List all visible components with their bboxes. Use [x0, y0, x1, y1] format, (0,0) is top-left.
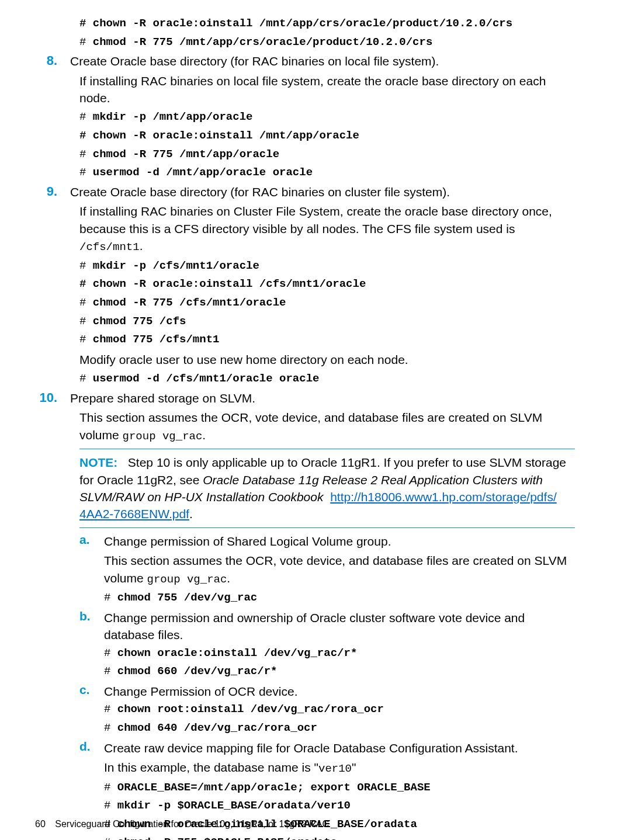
code-line: # chmod -R 775 /mnt/app/oracle	[79, 147, 575, 162]
prompt: #	[79, 110, 93, 123]
substep-label: c.	[79, 683, 93, 697]
text: .	[202, 428, 206, 442]
substep-text: Change permission and ownership of Oracl…	[104, 609, 575, 644]
code-line: # ORACLE_BASE=/mnt/app/oracle; export OR…	[104, 780, 575, 796]
text: "	[352, 761, 356, 774]
note-link[interactable]: 4AA2-7668ENW.pdf	[79, 507, 189, 520]
prompt: #	[104, 781, 117, 794]
prompt: #	[79, 333, 93, 346]
code-line: # mkdir -p /cfs/mnt1/oracle	[79, 259, 575, 274]
note-divider-top	[79, 449, 575, 449]
mono-text: /cfs/mnt1	[79, 241, 140, 254]
cmd-text: usermod -d /mnt/app/oracle oracle	[93, 166, 313, 179]
paragraph: Modify oracle user to use new home direc…	[79, 351, 575, 368]
prompt: #	[79, 148, 93, 161]
page-footer: 60 Serviceguard Configuration for Oracle…	[35, 819, 329, 829]
prompt: #	[104, 703, 117, 716]
prompt: #	[104, 721, 117, 734]
substep-d: d. Create raw device mapping file for Or…	[79, 740, 575, 756]
cmd-text: chmod 775 /cfs	[93, 315, 186, 328]
code-line: # chown root:oinstall /dev/vg_rac/rora_o…	[104, 702, 575, 717]
note-divider-bottom	[79, 527, 575, 528]
step-text: Prepare shared storage on SLVM.	[70, 390, 575, 407]
cmd-text: # chown -R oracle:oinstall /mnt/app/crs/…	[79, 17, 512, 30]
text: In this example, the database name is "	[104, 761, 318, 774]
note-label: NOTE:	[79, 456, 117, 469]
footer-title: Serviceguard Configuration for Oracle 10…	[55, 819, 329, 829]
substep-text: Create raw device mapping file for Oracl…	[104, 740, 575, 756]
code-line: # chmod -R 755 $ORACLE_BASE/oradata	[104, 835, 575, 840]
paragraph: If installing RAC binaries on Cluster Fi…	[79, 203, 575, 255]
cmd-text: mkdir -p $ORACLE_BASE/oradata/ver10	[117, 799, 351, 812]
substep-text: Change permission of Shared Logical Volu…	[104, 533, 575, 550]
code-line: # chmod -R 775 /mnt/app/crs/oracle/produ…	[79, 35, 575, 50]
cmd-text: # chown -R oracle:oinstall /mnt/app/orac…	[79, 129, 359, 142]
cmd-text: chmod -R 755 $ORACLE_BASE/oradata	[117, 836, 337, 840]
note-text: .	[189, 507, 193, 520]
code-line: # usermod -d /mnt/app/oracle oracle	[79, 165, 575, 181]
prompt: #	[104, 647, 117, 659]
prompt: #	[79, 372, 93, 385]
substep-a: a. Change permission of Shared Logical V…	[79, 533, 575, 550]
cmd-text: chmod -R 775 /mnt/app/oracle	[93, 148, 279, 161]
cmd-text: # chown -R oracle:oinstall /cfs/mnt1/ora…	[79, 277, 366, 290]
code-line: # chown -R oracle:oinstall /cfs/mnt1/ora…	[79, 277, 575, 292]
text: .	[140, 239, 143, 252]
step-9: 9. Create Oracle base directory (for RAC…	[35, 184, 575, 200]
cmd-text: chmod -R 775 /mnt/app/crs/oracle/product…	[93, 36, 433, 48]
mono-text: group vg_rac	[147, 573, 227, 586]
mono-text: group vg_rac	[123, 430, 203, 443]
code-line: # chmod 755 /dev/vg_rac	[104, 591, 575, 606]
step-number: 8.	[35, 53, 57, 68]
cmd-text: chown root:oinstall /dev/vg_rac/rora_ocr	[117, 703, 384, 716]
page-number: 60	[35, 819, 46, 829]
code-line: # chmod 775 /cfs/mnt1	[79, 332, 575, 348]
substep-label: d.	[79, 740, 93, 754]
note-block: NOTE: Step 10 is only applicable up to O…	[79, 454, 575, 523]
substep-label: b.	[79, 609, 93, 623]
substep-c: c. Change Permission of OCR device.	[79, 683, 575, 700]
prompt: #	[79, 259, 93, 272]
code-line: # chown -R oracle:oinstall /mnt/app/crs/…	[79, 16, 575, 32]
cmd-text: chmod 660 /dev/vg_rac/r*	[117, 665, 278, 678]
code-line: # mkdir -p $ORACLE_BASE/oradata/ver10	[104, 799, 575, 814]
text: If installing RAC binaries on Cluster Fi…	[79, 204, 552, 235]
cmd-text: mkdir -p /mnt/app/oracle	[93, 110, 253, 123]
prompt: #	[104, 836, 117, 840]
text: .	[227, 571, 230, 585]
prompt: #	[104, 665, 117, 678]
mono-text: ver10	[318, 762, 352, 775]
step-number: 9.	[35, 184, 57, 199]
paragraph: If installing RAC binaries on local file…	[79, 72, 575, 107]
code-line: # mkdir -p /mnt/app/oracle	[79, 110, 575, 125]
paragraph: This section assumes the OCR, vote devic…	[79, 409, 575, 444]
cmd-text: chmod 775 /cfs/mnt1	[93, 333, 220, 346]
cmd-text: chown oracle:oinstall /dev/vg_rac/r*	[117, 647, 357, 659]
code-line: # chmod -R 775 /cfs/mnt1/oracle	[79, 296, 575, 311]
paragraph: This section assumes the OCR, vote devic…	[104, 552, 575, 587]
code-line: # chmod 660 /dev/vg_rac/r*	[104, 664, 575, 679]
cmd-text: chmod 640 /dev/vg_rac/rora_ocr	[117, 721, 317, 734]
step-text: Create Oracle base directory (for RAC bi…	[70, 184, 575, 200]
cmd-text: chmod 755 /dev/vg_rac	[117, 591, 257, 604]
prompt: #	[79, 315, 93, 328]
step-10: 10. Prepare shared storage on SLVM.	[35, 390, 575, 407]
step-text: Create Oracle base directory (for RAC bi…	[70, 53, 575, 70]
substep-text: Change Permission of OCR device.	[104, 683, 575, 700]
code-line: # chown -R oracle:oinstall /mnt/app/orac…	[79, 129, 575, 144]
prompt: #	[104, 799, 117, 812]
code-line: # chmod 640 /dev/vg_rac/rora_ocr	[104, 721, 575, 736]
step-8: 8. Create Oracle base directory (for RAC…	[35, 53, 575, 70]
cmd-text: usermod -d /cfs/mnt1/oracle oracle	[93, 372, 320, 385]
prompt: #	[79, 296, 93, 309]
prompt: #	[79, 166, 93, 179]
paragraph: In this example, the database name is "v…	[104, 759, 575, 777]
code-line: # chmod 775 /cfs	[79, 314, 575, 329]
note-link[interactable]: http://h18006.www1.hp.com/storage/pdfs/	[330, 490, 557, 504]
cmd-text: mkdir -p /cfs/mnt1/oracle	[93, 259, 259, 272]
substep-label: a.	[79, 533, 93, 547]
prompt: #	[79, 36, 93, 48]
code-line: # usermod -d /cfs/mnt1/oracle oracle	[79, 372, 575, 387]
cmd-text: chmod -R 775 /cfs/mnt1/oracle	[93, 296, 286, 309]
cmd-text: ORACLE_BASE=/mnt/app/oracle; export ORAC…	[117, 781, 431, 794]
